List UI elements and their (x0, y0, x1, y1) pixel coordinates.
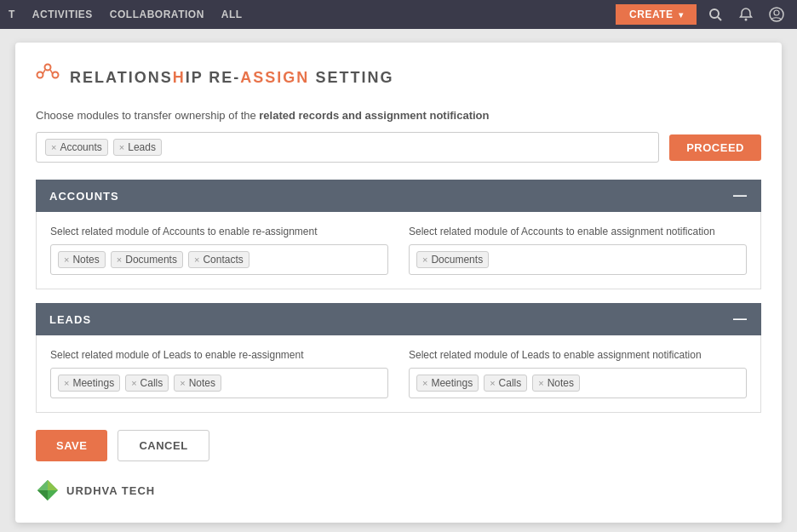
relationship-icon (36, 63, 60, 92)
leads-two-col: Select related module of Leads to enable… (50, 349, 747, 398)
accounts-section: ACCOUNTS — Select related module of Acco… (36, 180, 761, 289)
tag-calls-notify-label: Calls (499, 377, 522, 389)
leads-reassignment-col: Select related module of Leads to enable… (50, 349, 388, 398)
create-caret: ▾ (679, 10, 684, 20)
page-title: RELATIONSHIP RE-ASSIGN SETTING (70, 69, 393, 87)
top-navigation: T ACTIVITIES COLLABORATION ALL CREATE ▾ (0, 0, 797, 29)
tag-calls-reassign[interactable]: × Calls (125, 375, 169, 392)
tag-accounts-remove[interactable]: × (51, 142, 56, 152)
tag-documents-notify[interactable]: × Documents (416, 251, 489, 268)
tag-meetings-notify-label: Meetings (431, 377, 473, 389)
tag-notes-reassign[interactable]: × Notes (58, 251, 106, 268)
leads-section-header: LEADS — (36, 303, 761, 335)
bottom-actions: SAVE CANCEL (36, 430, 761, 461)
logo-text: URDHVA TECH (66, 484, 155, 497)
proceed-button[interactable]: PROCEED (669, 134, 761, 161)
tag-notes-reassign-remove[interactable]: × (64, 255, 69, 265)
leads-collapse-icon[interactable]: — (733, 312, 748, 327)
accounts-reassignment-tags[interactable]: × Notes × Documents × Contacts (50, 244, 388, 275)
nav-item-t[interactable]: T (9, 9, 15, 20)
nav-item-all[interactable]: ALL (221, 9, 243, 20)
tag-notes-leads-notify-remove[interactable]: × (538, 378, 543, 388)
tag-meetings-notify[interactable]: × Meetings (416, 375, 479, 392)
accounts-notification-label: Select related module of Accounts to ena… (409, 226, 747, 237)
tag-documents-reassign-label: Documents (125, 254, 177, 266)
accounts-two-col: Select related module of Accounts to ena… (50, 226, 747, 275)
tag-notes-leads-reassign-label: Notes (189, 377, 215, 389)
accounts-section-body: Select related module of Accounts to ena… (36, 212, 761, 289)
leads-reassignment-label: Select related module of Leads to enable… (50, 349, 388, 361)
tag-leads-remove[interactable]: × (119, 142, 124, 152)
tag-documents-reassign-remove[interactable]: × (117, 255, 122, 265)
tag-notes-leads-reassign[interactable]: × Notes (174, 375, 221, 392)
tag-calls-notify[interactable]: × Calls (484, 375, 527, 392)
tag-notes-leads-notify[interactable]: × Notes (532, 375, 580, 392)
tag-meetings-reassign-remove[interactable]: × (64, 378, 69, 388)
svg-point-5 (37, 72, 43, 78)
svg-line-9 (50, 70, 53, 74)
accounts-section-header: ACCOUNTS — (36, 180, 761, 212)
tag-calls-notify-remove[interactable]: × (490, 378, 495, 388)
nav-item-collaboration[interactable]: COLLABORATION (110, 9, 204, 20)
leads-reassignment-tags[interactable]: × Meetings × Calls × Notes (50, 368, 388, 398)
cancel-button[interactable]: CANCEL (118, 430, 209, 461)
tag-contacts-reassign[interactable]: × Contacts (188, 251, 249, 268)
svg-point-7 (53, 72, 59, 78)
tag-notes-leads-reassign-remove[interactable]: × (180, 378, 185, 388)
svg-line-8 (43, 70, 45, 74)
svg-marker-11 (48, 480, 58, 490)
accounts-reassignment-label: Select related module of Accounts to ena… (50, 226, 388, 237)
tag-documents-notify-label: Documents (431, 254, 483, 266)
tag-leads[interactable]: × Leads (113, 139, 162, 156)
svg-marker-12 (37, 490, 48, 501)
module-tags-input[interactable]: × Accounts × Leads (36, 132, 659, 163)
accounts-collapse-icon[interactable]: — (733, 188, 748, 203)
notifications-icon[interactable] (734, 3, 758, 26)
leads-header-label: LEADS (49, 313, 91, 326)
user-icon[interactable] (765, 3, 788, 26)
tag-documents-reassign[interactable]: × Documents (111, 251, 183, 268)
tag-contacts-reassign-remove[interactable]: × (194, 255, 199, 265)
card-title-row: RELATIONSHIP RE-ASSIGN SETTING (36, 63, 761, 92)
tag-notes-reassign-label: Notes (72, 254, 99, 266)
tag-accounts[interactable]: × Accounts (45, 139, 108, 156)
accounts-header-label: ACCOUNTS (49, 190, 119, 203)
tag-documents-notify-remove[interactable]: × (422, 255, 427, 265)
tag-meetings-reassign[interactable]: × Meetings (58, 375, 120, 392)
tag-contacts-reassign-label: Contacts (203, 254, 243, 266)
leads-notification-tags[interactable]: × Meetings × Calls × Notes (409, 368, 747, 398)
svg-point-4 (774, 10, 779, 15)
svg-marker-13 (37, 480, 48, 490)
leads-section-body: Select related module of Leads to enable… (36, 335, 761, 413)
svg-point-0 (710, 9, 719, 18)
tag-accounts-label: Accounts (60, 141, 101, 153)
tag-calls-reassign-label: Calls (140, 377, 163, 389)
accounts-notification-tags[interactable]: × Documents (409, 244, 747, 275)
nav-right: CREATE ▾ (616, 3, 788, 26)
save-button[interactable]: SAVE (36, 430, 107, 461)
svg-point-6 (45, 65, 51, 71)
create-label: CREATE (629, 9, 673, 20)
svg-line-1 (718, 17, 721, 20)
accounts-reassignment-col: Select related module of Accounts to ena… (50, 226, 388, 275)
tag-calls-reassign-remove[interactable]: × (131, 378, 136, 388)
tag-leads-label: Leads (128, 141, 156, 153)
leads-section: LEADS — Select related module of Leads t… (36, 303, 761, 413)
page-description: Choose modules to transfer ownership of … (36, 109, 761, 122)
accounts-notification-col: Select related module of Accounts to ena… (409, 226, 747, 275)
create-button[interactable]: CREATE ▾ (616, 4, 697, 25)
svg-point-2 (745, 19, 748, 21)
nav-left: T ACTIVITIES COLLABORATION ALL (9, 9, 243, 20)
module-selector-row: × Accounts × Leads PROCEED (36, 132, 761, 163)
leads-notification-col: Select related module of Leads to enable… (409, 349, 747, 398)
search-icon[interactable] (703, 3, 727, 26)
card: RELATIONSHIP RE-ASSIGN SETTING Choose mo… (15, 43, 782, 523)
main-content: RELATIONSHIP RE-ASSIGN SETTING Choose mo… (0, 29, 797, 532)
tag-notes-leads-notify-label: Notes (548, 377, 574, 389)
leads-notification-label: Select related module of Leads to enable… (409, 349, 747, 361)
urdhva-logo-icon (36, 478, 60, 502)
nav-item-activities[interactable]: ACTIVITIES (32, 9, 93, 20)
footer-logo: URDHVA TECH (36, 478, 761, 502)
tag-meetings-notify-remove[interactable]: × (422, 378, 427, 388)
tag-meetings-reassign-label: Meetings (72, 377, 114, 389)
